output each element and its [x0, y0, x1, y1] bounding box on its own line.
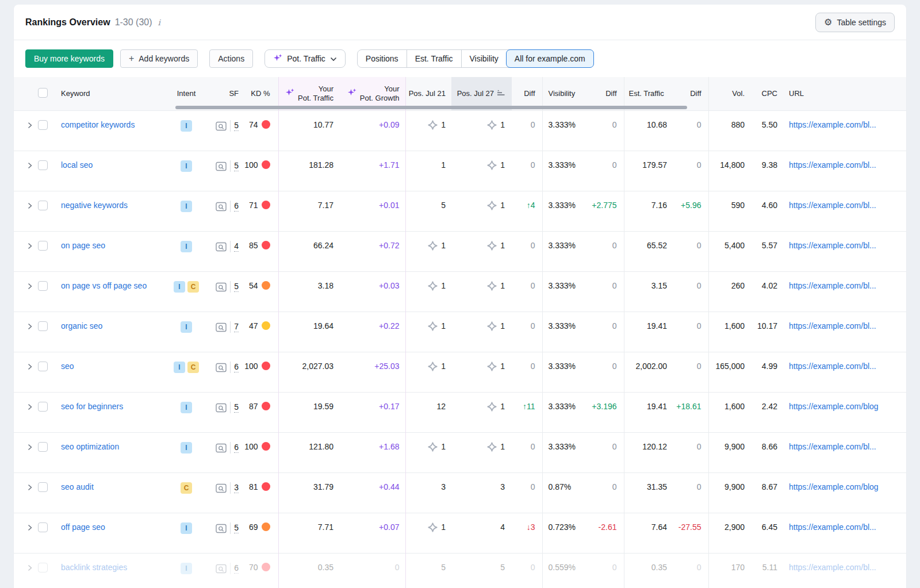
segment-visibility[interactable]: Visibility: [461, 50, 507, 67]
keyword-link[interactable]: backlink strategies: [61, 563, 127, 572]
chevron-right-icon[interactable]: [26, 322, 33, 332]
url-link[interactable]: https://example.com/bl...: [789, 201, 876, 210]
serp-features-icon[interactable]: [216, 443, 227, 453]
serp-features-icon[interactable]: [216, 202, 227, 212]
chevron-right-icon[interactable]: [26, 242, 33, 251]
buy-more-keywords-button[interactable]: Buy more keywords: [25, 49, 113, 68]
intent-badge-c[interactable]: C: [181, 482, 192, 494]
keyword-link[interactable]: seo for beginners: [61, 402, 123, 411]
intent-badge-i[interactable]: I: [174, 362, 185, 373]
url-link[interactable]: https://example.com/bl...: [789, 241, 876, 250]
keyword-link[interactable]: organic seo: [61, 321, 102, 330]
chevron-right-icon[interactable]: [26, 162, 33, 171]
keyword-link[interactable]: off page seo: [61, 522, 105, 532]
chevron-right-icon[interactable]: [26, 564, 33, 573]
chevron-right-icon[interactable]: [26, 121, 33, 130]
serp-features-icon[interactable]: [216, 524, 227, 533]
segment-all-for-example-com[interactable]: All for example.com: [506, 49, 594, 68]
keyword-link[interactable]: seo: [61, 362, 74, 371]
sf-count[interactable]: 5: [234, 522, 239, 533]
col-header-volume[interactable]: Vol.: [708, 77, 752, 110]
serp-features-icon[interactable]: [216, 564, 227, 574]
serp-features-icon[interactable]: [216, 282, 227, 292]
url-link[interactable]: https://example.com/bl...: [789, 160, 876, 170]
sf-count[interactable]: 7: [234, 321, 239, 332]
row-checkbox[interactable]: [38, 442, 48, 452]
sf-count[interactable]: 5: [234, 402, 239, 413]
url-link[interactable]: https://example.com/bl...: [789, 321, 876, 330]
intent-badge-c[interactable]: C: [187, 281, 199, 293]
serp-features-icon[interactable]: [216, 403, 227, 413]
serp-features-icon[interactable]: [216, 483, 227, 493]
col-header-cpc[interactable]: CPC: [752, 77, 784, 110]
row-checkbox[interactable]: [38, 201, 48, 210]
serp-features-icon[interactable]: [216, 363, 227, 372]
keyword-link[interactable]: local seo: [61, 160, 93, 170]
horizontal-scrollbar[interactable]: [175, 106, 687, 109]
url-link[interactable]: https://example.com/bl...: [789, 362, 876, 371]
intent-badge-c[interactable]: C: [187, 362, 199, 373]
url-link[interactable]: https://example.com/bl...: [789, 281, 876, 290]
table-settings-button[interactable]: ⚙ Table settings: [815, 13, 895, 32]
info-icon[interactable]: i: [157, 18, 160, 27]
keyword-link[interactable]: on page seo: [61, 241, 105, 250]
col-header-url[interactable]: URL: [784, 77, 906, 110]
serp-features-icon[interactable]: [216, 322, 227, 332]
url-link[interactable]: https://example.com/bl...: [789, 563, 876, 572]
sf-count[interactable]: 6: [234, 362, 239, 372]
row-checkbox[interactable]: [38, 241, 48, 251]
chevron-right-icon[interactable]: [26, 363, 33, 372]
intent-badge-i[interactable]: I: [181, 241, 192, 252]
sf-count[interactable]: 5: [234, 120, 239, 131]
keyword-link[interactable]: negative keywords: [61, 201, 128, 210]
chevron-right-icon[interactable]: [26, 524, 33, 533]
add-keywords-button[interactable]: + Add keywords: [120, 49, 198, 68]
row-checkbox[interactable]: [38, 281, 48, 291]
row-checkbox[interactable]: [38, 362, 48, 371]
intent-badge-i[interactable]: I: [174, 281, 185, 293]
keyword-link[interactable]: seo audit: [61, 482, 94, 491]
intent-badge-i[interactable]: I: [181, 402, 192, 413]
chevron-right-icon[interactable]: [26, 202, 33, 211]
col-header-keyword[interactable]: Keyword: [54, 77, 169, 110]
segment-positions[interactable]: Positions: [358, 50, 407, 67]
chevron-right-icon[interactable]: [26, 403, 33, 412]
row-checkbox[interactable]: [38, 321, 48, 331]
row-checkbox[interactable]: [38, 120, 48, 130]
url-link[interactable]: https://example.com/blog: [789, 402, 879, 411]
sf-count[interactable]: 6: [234, 563, 239, 574]
chevron-right-icon[interactable]: [26, 282, 33, 291]
row-checkbox[interactable]: [38, 482, 48, 492]
actions-button[interactable]: Actions: [209, 49, 253, 68]
serp-features-icon[interactable]: [216, 162, 227, 171]
select-all-checkbox[interactable]: [38, 88, 48, 98]
sf-count[interactable]: 3: [234, 482, 239, 493]
keyword-link[interactable]: competitor keywords: [61, 120, 135, 129]
intent-badge-i[interactable]: I: [181, 522, 192, 534]
intent-badge-i[interactable]: I: [181, 442, 192, 454]
chevron-right-icon[interactable]: [26, 483, 33, 493]
chevron-right-icon[interactable]: [26, 443, 33, 452]
intent-badge-i[interactable]: I: [181, 120, 192, 132]
keyword-link[interactable]: seo optimization: [61, 442, 119, 451]
url-link[interactable]: https://example.com/bl...: [789, 522, 876, 532]
serp-features-icon[interactable]: [216, 121, 227, 131]
metric-dropdown[interactable]: Pot. Traffic: [264, 49, 346, 68]
row-checkbox[interactable]: [38, 160, 48, 170]
row-checkbox[interactable]: [38, 402, 48, 412]
intent-badge-i[interactable]: I: [181, 563, 192, 574]
serp-features-icon[interactable]: [216, 242, 227, 252]
row-checkbox[interactable]: [38, 563, 48, 572]
sf-count[interactable]: 6: [234, 442, 239, 453]
sf-count[interactable]: 6: [234, 201, 239, 212]
segment-est-traffic[interactable]: Est. Traffic: [407, 50, 461, 67]
url-link[interactable]: https://example.com/bl...: [789, 442, 876, 451]
sf-count[interactable]: 4: [234, 241, 239, 252]
url-link[interactable]: https://example.com/blog: [789, 482, 879, 491]
url-link[interactable]: https://example.com/bl...: [789, 120, 876, 129]
intent-badge-i[interactable]: I: [181, 201, 192, 212]
sf-count[interactable]: 5: [234, 281, 239, 292]
row-checkbox[interactable]: [38, 522, 48, 532]
sf-count[interactable]: 5: [234, 160, 239, 171]
intent-badge-i[interactable]: I: [181, 160, 192, 172]
